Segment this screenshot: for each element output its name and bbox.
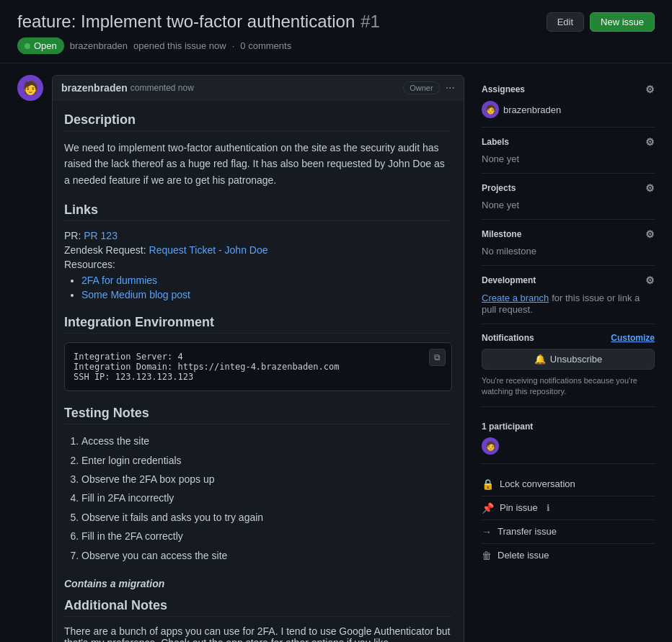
labels-gear-icon[interactable]: ⚙ [645, 136, 655, 148]
lock-icon: 🔒 [482, 478, 494, 490]
issue-author: brazenbraden [70, 40, 128, 51]
milestone-value: No milestone [482, 246, 655, 257]
pin-label: Pin issue [500, 502, 538, 513]
lock-conversation-action[interactable]: 🔒 Lock conversation [482, 473, 655, 496]
header-actions: Edit New issue [547, 12, 655, 32]
development-label: Development [482, 275, 536, 285]
labels-header: Labels ⚙ [482, 136, 655, 148]
projects-value: None yet [482, 200, 655, 210]
testing-list: Access the site Enter login credentials … [64, 433, 452, 563]
transfer-label: Transfer issue [498, 526, 557, 537]
assignee-name: brazenbraden [503, 104, 561, 115]
pr-label: PR: [64, 230, 81, 241]
pr-item: PR: PR 123 [64, 230, 452, 241]
pin-issue-action[interactable]: 📌 Pin issue ℹ [482, 496, 655, 520]
comment-body: Description We need to implement two-fac… [53, 101, 464, 642]
delete-issue-action[interactable]: 🗑 Delete issue [482, 544, 655, 567]
assignees-label: Assignees [482, 84, 525, 94]
additional-heading: Additional Notes [64, 598, 452, 617]
resources-text: Resources: [64, 259, 115, 270]
new-issue-button[interactable]: New issue [590, 12, 655, 32]
list-item: Access the site [81, 433, 452, 449]
info-icon: ℹ [547, 503, 550, 513]
participants-header: 1 participant [482, 422, 655, 432]
participant-avatar: 🧑 [482, 437, 499, 455]
list-item: Observe it fails and asks you to try aga… [81, 509, 452, 525]
status-dot [25, 43, 30, 49]
development-content: Create a branch for this issue or link a… [482, 292, 655, 315]
zendesk-item: Zendesk Request: Request Ticket - John D… [64, 244, 452, 256]
projects-gear-icon[interactable]: ⚙ [645, 182, 655, 194]
labels-label: Labels [482, 137, 509, 147]
delete-label: Delete issue [498, 550, 549, 561]
issue-title: feature: Implement two-factor authentica… [17, 12, 355, 32]
page-header: feature: Implement two-factor authentica… [0, 0, 672, 63]
bell-icon: 🔔 [534, 354, 546, 365]
projects-label: Projects [482, 183, 516, 193]
zendesk-label: Zendesk Request: [64, 244, 146, 256]
customize-link[interactable]: Customize [611, 333, 655, 343]
issue-number: #1 [361, 12, 380, 32]
list-item: Fill in 2FA incorrectly [81, 490, 452, 506]
resources-list: 2FA for dummies Some Medium blog post [64, 275, 452, 300]
assignees-header: Assignees ⚙ [482, 84, 655, 95]
projects-header: Projects ⚙ [482, 182, 655, 194]
development-section: Development ⚙ Create a branch for this i… [482, 266, 655, 324]
milestone-section: Milestone ⚙ No milestone [482, 220, 655, 266]
milestone-gear-icon[interactable]: ⚙ [645, 228, 655, 240]
additional-text: There are a bunch of apps you can use fo… [64, 625, 452, 642]
notification-text: You're receiving notifications because y… [482, 375, 655, 398]
unsubscribe-button[interactable]: 🔔 Unsubscribe [482, 349, 655, 370]
development-gear-icon[interactable]: ⚙ [645, 275, 655, 286]
issue-separator: · [232, 40, 235, 51]
comment-header: brazenbraden commented now Owner ··· [53, 76, 464, 101]
list-item: Enter login credentials [81, 452, 452, 468]
additional-notes-section: Additional Notes There are a bunch of ap… [64, 598, 452, 642]
lock-label: Lock conversation [500, 478, 575, 489]
zendesk-link[interactable]: Request Ticket - John Doe [149, 244, 268, 256]
content-area: 🧑 brazenbraden commented now Owner ··· D… [17, 75, 464, 642]
assignee-item: 🧑 brazenbraden [482, 101, 655, 118]
milestone-label: Milestone [482, 229, 521, 239]
testing-section: Testing Notes Access the site Enter logi… [64, 406, 452, 563]
participants-label: 1 participant [482, 422, 533, 432]
main-layout: 🧑 brazenbraden commented now Owner ··· D… [0, 75, 672, 642]
delete-icon: 🗑 [482, 550, 492, 561]
comment-content: brazenbraden commented now Owner ··· Des… [52, 75, 464, 642]
integration-heading: Integration Environment [64, 315, 452, 334]
description-text: We need to implement two-factor authenti… [64, 140, 452, 188]
issue-comments: 0 comments [240, 40, 291, 51]
list-item: Observe you can access the site [81, 548, 452, 563]
description-heading: Description [64, 112, 452, 131]
integration-section: Integration Environment Integration Serv… [64, 315, 452, 391]
milestone-header: Milestone ⚙ [482, 228, 655, 240]
labels-section: Labels ⚙ None yet [482, 128, 655, 174]
list-item: Observe the 2FA box pops up [81, 471, 452, 487]
edit-button[interactable]: Edit [547, 12, 584, 32]
transfer-icon: → [482, 526, 492, 538]
copy-button[interactable]: ⧉ [429, 349, 446, 366]
participants-section: 1 participant 🧑 [482, 413, 655, 464]
pr-link[interactable]: PR 123 [84, 230, 118, 241]
create-branch-link[interactable]: Create a branch [482, 293, 549, 303]
assignees-section: Assignees ⚙ 🧑 brazenbraden [482, 75, 655, 128]
resource-link-2[interactable]: Some Medium blog post [81, 289, 190, 300]
transfer-issue-action[interactable]: → Transfer issue [482, 520, 655, 544]
notifications-section: Notifications Customize 🔔 Unsubscribe Yo… [482, 324, 655, 407]
comment-menu[interactable]: ··· [446, 81, 455, 94]
list-item: Fill in the 2FA correctly [81, 528, 452, 544]
actions-section: 🔒 Lock conversation 📌 Pin issue ℹ → Tran… [482, 464, 655, 576]
status-badge: Open [17, 37, 64, 54]
status-label: Open [34, 40, 57, 51]
comment-time: commented now [131, 83, 194, 93]
owner-badge: Owner [403, 81, 439, 94]
avatar: 🧑 [17, 75, 43, 101]
resource-link-1[interactable]: 2FA for dummies [81, 275, 157, 286]
assignees-gear-icon[interactable]: ⚙ [645, 84, 655, 95]
issue-action: opened this issue now [133, 40, 226, 51]
comment-box: 🧑 brazenbraden commented now Owner ··· D… [17, 75, 464, 642]
labels-value: None yet [482, 153, 655, 164]
sidebar: Assignees ⚙ 🧑 brazenbraden Labels ⚙ None… [482, 75, 655, 642]
code-line-1: Integration Server: 4Integration Domain:… [74, 352, 339, 382]
assignee-avatar: 🧑 [482, 101, 499, 118]
